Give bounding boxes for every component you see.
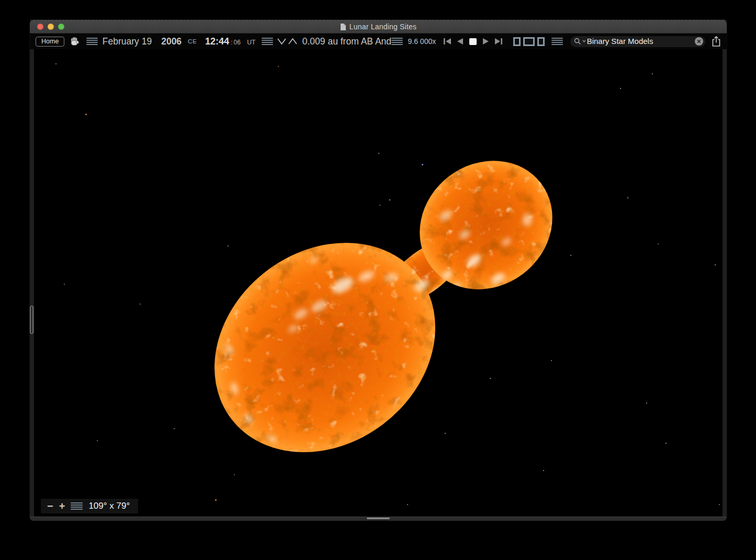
timezone-label[interactable]: UT (247, 39, 255, 46)
fov-bar: − + 109° x 79° (41, 499, 138, 513)
window-frame: − + 109° x 79° (30, 49, 727, 517)
sky-view[interactable]: − + 109° x 79° (34, 49, 723, 517)
background-star (570, 255, 571, 256)
background-star (278, 66, 279, 67)
hand-pan-tool-icon[interactable] (70, 36, 80, 47)
left-pane-toggle-icon[interactable] (513, 37, 521, 46)
left-drawer-handle[interactable] (30, 306, 33, 334)
viewing-location-value[interactable]: 0.009 au from AB And (302, 36, 391, 47)
title-area: Lunar Landing Sites (30, 20, 727, 33)
background-star (490, 378, 491, 379)
time-rate-value[interactable]: 9.6 000x (408, 37, 436, 46)
search-scope-chevron-icon[interactable] (582, 40, 586, 43)
background-star (551, 360, 552, 361)
background-star (64, 284, 65, 285)
seconds-value[interactable]: 06 (233, 39, 240, 46)
binary-star-model (34, 49, 723, 517)
transport-controls (443, 38, 503, 46)
background-star (55, 63, 57, 64)
zoom-in-button[interactable]: + (59, 501, 65, 511)
window-titlebar[interactable]: Lunar Landing Sites (30, 20, 727, 33)
background-star (379, 205, 380, 206)
time-menu-icon[interactable] (262, 38, 273, 46)
clear-search-icon[interactable] (695, 37, 703, 46)
star-hotspot (517, 280, 531, 292)
toolbar: Home February 19 2006 CE 12:44:06 UT (30, 33, 727, 49)
search-icon[interactable] (574, 38, 581, 45)
year-value[interactable]: 2006 (161, 36, 182, 47)
app-window: Lunar Landing Sites Home February 19 200… (30, 20, 727, 521)
home-button[interactable]: Home (36, 37, 64, 47)
background-star (652, 73, 653, 74)
options-menu-icon[interactable] (551, 38, 562, 46)
search-input[interactable] (587, 37, 694, 46)
background-star (627, 197, 628, 198)
background-star (665, 443, 667, 444)
pane-toggles (513, 37, 545, 46)
background-star (85, 114, 87, 115)
fov-value[interactable]: 109° x 79° (88, 501, 130, 511)
background-star (228, 245, 229, 247)
stop-icon[interactable] (469, 38, 477, 46)
window-bottom-frame (30, 517, 727, 521)
zoom-out-button[interactable]: − (47, 501, 53, 511)
background-star (445, 433, 446, 434)
chevron-up-icon[interactable] (288, 37, 298, 46)
skip-to-end-icon[interactable] (494, 38, 503, 45)
date-menu-icon[interactable] (86, 38, 97, 46)
background-star (174, 428, 175, 429)
background-star (215, 499, 217, 501)
window-title: Lunar Landing Sites (349, 23, 416, 31)
background-star (407, 504, 408, 505)
background-star (646, 402, 647, 404)
era-value[interactable]: CE (188, 38, 197, 44)
background-star (715, 264, 716, 265)
rate-menu-icon[interactable] (391, 38, 402, 46)
background-star (658, 243, 659, 244)
center-pane-toggle-icon[interactable] (523, 37, 535, 46)
time-value[interactable]: 12:44 (205, 36, 229, 47)
time-group[interactable]: 12:44:06 UT (205, 36, 255, 47)
play-icon[interactable] (482, 38, 489, 45)
background-star (422, 164, 423, 165)
background-star (389, 199, 390, 200)
right-pane-toggle-icon[interactable] (537, 37, 545, 46)
background-star (234, 474, 235, 475)
time-separator: : (231, 39, 232, 46)
background-star (543, 470, 544, 471)
background-star (140, 304, 141, 305)
background-star (719, 504, 720, 505)
background-star (97, 440, 98, 441)
chevron-down-icon[interactable] (277, 37, 287, 46)
date-value[interactable]: February 19 (103, 36, 152, 47)
share-icon[interactable] (711, 36, 721, 47)
bottom-drawer-handle[interactable] (366, 517, 390, 520)
step-back-icon[interactable] (457, 38, 464, 45)
skip-to-start-icon[interactable] (443, 38, 452, 45)
fov-menu-icon[interactable] (71, 502, 83, 510)
background-star (620, 88, 621, 89)
document-icon (340, 23, 346, 31)
search-field[interactable] (570, 36, 705, 47)
background-star (378, 153, 379, 154)
